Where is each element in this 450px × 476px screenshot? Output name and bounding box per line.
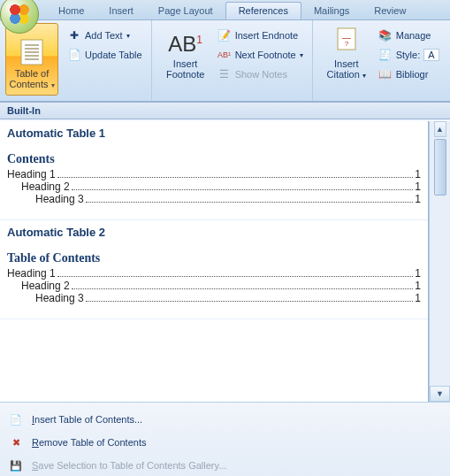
group-footnotes: AB1 InsertFootnote 📝 Insert Endnote AB¹ … (152, 20, 313, 101)
remove-toc-menuitem[interactable]: ✖ Remove Table of Contents (0, 431, 450, 454)
remove-toc-u: R (32, 437, 39, 448)
bibliography-label: Bibliogr (396, 69, 429, 80)
chevron-down-icon: ▾ (126, 32, 130, 40)
toc-line-leader (72, 288, 414, 289)
toc-line: Heading 21 (7, 280, 421, 292)
toc-preset[interactable]: Automatic Table 1ContentsHeading 11Headi… (0, 121, 428, 220)
tab-home[interactable]: Home (46, 3, 96, 19)
toc-label-2: Contents (9, 79, 48, 89)
preset-heading: Contents (7, 152, 421, 168)
citation-label-1: Insert (334, 58, 359, 69)
scroll-up-button[interactable]: ▲ (434, 121, 446, 137)
insert-footnote-button[interactable]: AB1 InsertFootnote (157, 23, 214, 83)
citation-icon: —? (334, 27, 359, 57)
toc-line: Heading 31 (7, 193, 421, 205)
toc-line-page: 1 (415, 168, 421, 180)
show-notes-button[interactable]: ☰ Show Notes (214, 65, 307, 83)
chevron-down-icon: ▾ (300, 51, 303, 59)
toc-line-name: Heading 2 (21, 280, 70, 292)
bibliography-icon: 📖 (378, 67, 393, 81)
manage-sources-button[interactable]: 📚 Manage (375, 27, 443, 44)
manage-icon: 📚 (378, 28, 393, 42)
save-selection-icon: 💾 (9, 458, 23, 472)
scrollbar[interactable]: ▲ ▼ (429, 121, 450, 402)
toc-line-name: Heading 3 (35, 292, 84, 304)
scroll-down-button[interactable]: ▼ (430, 386, 450, 402)
style-dropdown[interactable]: 🧾 Style: A (375, 46, 443, 64)
table-of-contents-button[interactable]: Table ofContents ▾ (5, 23, 58, 96)
toc-line-page: 1 (415, 267, 421, 280)
gallery-scroll-area: Automatic Table 1ContentsHeading 11Headi… (0, 121, 429, 402)
ribbon: Table ofContents ▾ ✚ Add Text ▾ 📄 Update… (0, 20, 450, 102)
remove-toc-label: emove Table of Contents (39, 437, 146, 448)
endnote-icon: 📝 (217, 28, 232, 42)
toc-line: Heading 31 (7, 292, 421, 304)
next-footnote-icon: AB¹ (217, 48, 232, 62)
toc-line-leader (72, 189, 414, 190)
show-notes-label: Show Notes (235, 69, 287, 80)
toc-line: Heading 21 (7, 180, 421, 193)
insert-toc-menuitem[interactable]: 📄 Insert Table of Contents... (0, 408, 450, 431)
next-footnote-label: Next Footnote (235, 50, 296, 60)
bibliography-button[interactable]: 📖 Bibliogr (375, 65, 443, 83)
chevron-down-icon: ▾ (362, 72, 366, 80)
toc-line-name: Heading 1 (7, 267, 56, 280)
style-value: A (423, 49, 439, 61)
style-label: Style: (396, 50, 421, 60)
gallery-footer: 📄 Insert Table of Contents... ✖ Remove T… (0, 402, 450, 476)
toc-label-1: Table of (15, 68, 50, 79)
update-table-label: Update Table (85, 50, 142, 60)
tab-insert[interactable]: Insert (96, 3, 146, 19)
toc-line-name: Heading 3 (35, 193, 84, 205)
toc-line-leader (86, 301, 414, 302)
preset-title: Automatic Table 2 (7, 224, 421, 251)
toc-line-leader (57, 276, 414, 277)
tab-mailings[interactable]: Mailings (301, 3, 362, 19)
show-notes-icon: ☰ (217, 67, 232, 81)
toc-line-page: 1 (415, 180, 421, 193)
style-icon: 🧾 (378, 48, 393, 62)
svg-text:?: ? (344, 40, 348, 48)
footnote-label-2: Footnote (166, 69, 204, 80)
tab-bar: HomeInsertPage LayoutReferencesMailingsR… (0, 0, 450, 20)
update-table-button[interactable]: 📄 Update Table (64, 46, 146, 64)
save-selection-label: ave Selection to Table of Contents Galle… (38, 460, 226, 471)
toc-line: Heading 11 (7, 267, 421, 280)
remove-toc-icon: ✖ (9, 435, 23, 449)
scroll-thumb[interactable] (434, 139, 446, 196)
toc-line-page: 1 (415, 280, 421, 292)
save-selection-menuitem: 💾 Save Selection to Table of Contents Ga… (0, 454, 450, 476)
toc-line-page: 1 (415, 193, 421, 205)
group-citations: —? InsertCitation ▾ 📚 Manage 🧾 Style: A … (313, 20, 448, 101)
tab-page-layout[interactable]: Page Layout (146, 3, 225, 19)
preset-heading: Table of Contents (7, 251, 421, 267)
toc-line-name: Heading 2 (21, 180, 70, 193)
tab-references[interactable]: References (225, 2, 301, 19)
citation-label-2: Citation (327, 69, 360, 80)
next-footnote-button[interactable]: AB¹ Next Footnote ▾ (214, 46, 307, 64)
toc-line: Heading 11 (7, 168, 421, 180)
footnote-icon: AB1 (168, 32, 202, 57)
chevron-down-icon: ▾ (51, 81, 55, 89)
footnote-label-1: Insert (173, 58, 198, 69)
toc-line-leader (86, 202, 414, 203)
insert-toc-label: nsert Table of Contents... (34, 414, 142, 425)
insert-endnote-button[interactable]: 📝 Insert Endnote (214, 27, 307, 44)
tab-review[interactable]: Review (362, 3, 418, 19)
add-text-label: Add Text (85, 30, 123, 41)
add-text-icon: ✚ (67, 28, 81, 42)
toc-icon (18, 38, 46, 66)
gallery-section-header: Built-In (0, 102, 450, 119)
insert-toc-icon: 📄 (9, 412, 23, 426)
add-text-button[interactable]: ✚ Add Text ▾ (64, 27, 146, 44)
manage-label: Manage (396, 30, 431, 41)
toc-gallery: Built-In Automatic Table 1ContentsHeadin… (0, 102, 450, 476)
insert-citation-button[interactable]: —? InsertCitation ▾ (318, 23, 375, 85)
toc-preset[interactable]: Automatic Table 2Table of ContentsHeadin… (0, 220, 428, 319)
toc-line-name: Heading 1 (7, 168, 56, 180)
toc-line-page: 1 (415, 292, 421, 304)
toc-line-leader (57, 177, 414, 178)
preset-title: Automatic Table 1 (7, 125, 421, 152)
update-icon: 📄 (67, 48, 81, 62)
insert-endnote-label: Insert Endnote (235, 30, 299, 41)
